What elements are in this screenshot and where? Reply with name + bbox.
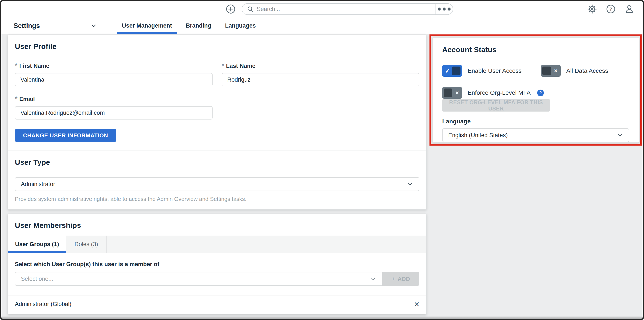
window-bottom-shadow xyxy=(1,316,643,319)
enable-user-access-toggle[interactable]: ✓ xyxy=(442,65,462,77)
required-marker: * xyxy=(15,96,18,102)
user-profile-section: User Profile * First Name Valentina * La… xyxy=(8,35,426,150)
add-user-group-button[interactable]: + ADD xyxy=(382,272,419,286)
remove-user-group-icon[interactable]: × xyxy=(414,300,419,309)
app-window: Search... xyxy=(0,0,644,320)
global-search[interactable]: Search... xyxy=(242,3,453,15)
user-group-select[interactable]: Select one... xyxy=(15,272,382,286)
search-input[interactable]: Search... xyxy=(257,6,435,12)
all-data-access-label: All Data Access xyxy=(566,68,608,74)
settings-tab-bar: User Management Branding Languages xyxy=(107,17,263,34)
enable-user-access-label: Enable User Access xyxy=(468,68,522,74)
svg-text:?: ? xyxy=(610,6,612,12)
account-status-title: Account Status xyxy=(442,46,629,54)
enforce-mfa-group: × Enforce Org-Level MFA ? xyxy=(442,87,629,99)
question-circle-icon: ? xyxy=(606,4,616,14)
user-memberships-title: User Memberships xyxy=(15,221,419,230)
user-type-description: Provides system administrative rights, a… xyxy=(15,196,419,202)
account-status-card: Account Status ✓ Enable User Access × Al… xyxy=(432,38,639,142)
tab-user-groups[interactable]: User Groups (1) xyxy=(8,236,66,253)
toggle-knob xyxy=(444,88,452,97)
required-marker: * xyxy=(15,62,18,69)
plus-circle-icon xyxy=(226,4,236,14)
user-group-select-label: Select which User Group(s) this user is … xyxy=(15,261,419,268)
more-options-icon[interactable] xyxy=(436,4,453,14)
person-icon xyxy=(624,4,634,14)
change-user-information-button[interactable]: CHANGE USER INFORMATION xyxy=(15,129,116,142)
user-type-selected-value: Administrator xyxy=(21,181,55,188)
x-icon: × xyxy=(554,68,558,74)
settings-menu-dropdown[interactable]: Settings xyxy=(1,17,107,34)
memberships-tab-bar: User Groups (1) Roles (3) xyxy=(8,236,426,253)
chevron-down-icon xyxy=(407,181,413,187)
all-data-access-group: × All Data Access xyxy=(541,65,608,77)
tab-languages[interactable]: Languages xyxy=(218,17,263,34)
user-profile-card: User Profile * First Name Valentina * La… xyxy=(8,35,426,210)
search-icon xyxy=(247,6,254,12)
gear-icon xyxy=(587,4,597,14)
tab-user-management[interactable]: User Management xyxy=(115,17,179,34)
enable-user-access-group: ✓ Enable User Access xyxy=(442,65,541,77)
help-button[interactable]: ? xyxy=(606,4,616,14)
enforce-mfa-label: Enforce Org-Level MFA xyxy=(468,89,531,96)
language-select[interactable]: English (United States) xyxy=(442,128,629,142)
user-group-select-placeholder: Select one... xyxy=(21,276,53,282)
chevron-down-icon xyxy=(90,22,97,29)
email-label: Email xyxy=(19,96,35,102)
last-name-input[interactable]: Rodriguz xyxy=(222,73,419,86)
chevron-down-icon xyxy=(617,132,623,138)
user-memberships-card: User Memberships User Groups (1) Roles (… xyxy=(8,214,426,314)
last-name-label: Last Name xyxy=(226,63,256,69)
chevron-down-icon xyxy=(370,276,376,282)
check-icon: ✓ xyxy=(445,67,450,74)
top-bar-actions: ? xyxy=(587,1,634,17)
first-name-field-group: * First Name Valentina xyxy=(15,63,212,86)
tab-branding[interactable]: Branding xyxy=(179,17,218,34)
add-new-button[interactable] xyxy=(226,4,236,14)
reset-mfa-button[interactable]: RESET ORG-LEVEL MFA FOR THIS USER xyxy=(442,99,550,112)
email-field-group: * Email Valentina.Rodriguez@email.com xyxy=(15,96,212,120)
mfa-help-icon[interactable]: ? xyxy=(537,90,544,96)
user-type-select[interactable]: Administrator xyxy=(15,177,419,191)
top-bar-center: Search... xyxy=(226,1,453,17)
settings-menu-label: Settings xyxy=(14,22,40,30)
first-name-input[interactable]: Valentina xyxy=(15,73,212,86)
account-button[interactable] xyxy=(624,4,634,14)
tab-roles[interactable]: Roles (3) xyxy=(66,236,106,253)
user-type-title: User Type xyxy=(15,158,419,166)
last-name-field-group: * Last Name Rodriguz xyxy=(222,63,419,86)
language-label: Language xyxy=(442,118,629,125)
secondary-nav: Settings User Management Branding Langua… xyxy=(1,17,643,34)
first-name-label: First Name xyxy=(19,63,49,69)
plus-icon: + xyxy=(392,276,395,282)
settings-gear-button[interactable] xyxy=(587,4,597,14)
language-selected-value: English (United States) xyxy=(448,132,508,139)
toggle-knob xyxy=(452,66,460,75)
top-bar: Search... xyxy=(1,1,643,17)
user-group-row: Administrator (Global) × xyxy=(8,295,426,313)
user-group-name: Administrator (Global) xyxy=(15,301,72,308)
user-profile-title: User Profile xyxy=(15,42,419,50)
all-data-access-toggle[interactable]: × xyxy=(541,65,561,77)
x-icon: × xyxy=(455,90,459,96)
toggle-knob xyxy=(542,66,551,75)
user-type-section: User Type Administrator Provides system … xyxy=(8,151,426,211)
required-marker: * xyxy=(222,62,224,69)
email-input[interactable]: Valentina.Rodriguez@email.com xyxy=(15,106,212,120)
enforce-mfa-toggle[interactable]: × xyxy=(442,87,462,99)
